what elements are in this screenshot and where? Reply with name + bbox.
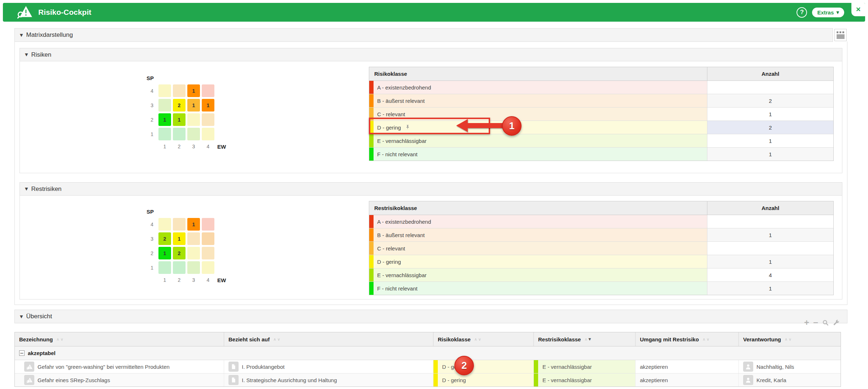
matrix-cell-ew3-sp4[interactable]: 1	[187, 84, 200, 97]
matrix-cell-ew1-sp3[interactable]: 2	[158, 232, 171, 245]
matrix-cell-ew4-sp3[interactable]: 1	[202, 99, 214, 112]
matrix-cell-ew4-sp2[interactable]	[202, 247, 214, 259]
class-color-bar	[369, 148, 374, 161]
matrix-cell-ew3-sp1[interactable]	[187, 261, 200, 274]
matrix-cell-ew3-sp4[interactable]: 1	[187, 218, 200, 231]
risk-class-row-A[interactable]: A - existenzbedrohend	[369, 81, 833, 94]
risk-class-row-A[interactable]: A - existenzbedrohend	[369, 215, 833, 228]
collapse-triangle-icon: ▼	[20, 33, 23, 38]
settings-wrench-icon[interactable]	[833, 319, 839, 326]
matrix-cell-ew4-sp4[interactable]	[202, 84, 214, 97]
risk-class-row-F[interactable]: F - nicht relevant1	[369, 282, 833, 295]
matrix-cell-ew3-sp3[interactable]	[187, 232, 200, 245]
risk-class-count	[707, 81, 833, 94]
collapse-triangle-icon: ▼	[25, 52, 28, 57]
document-icon	[228, 362, 239, 372]
risk-class-table: Risikoklasse Anzahl A - existenzbedrohen…	[369, 67, 834, 161]
chevron-down-icon: ▼	[836, 10, 839, 14]
risk-class-label: A - existenzbedrohend	[374, 215, 707, 228]
matrix-cell-ew2-sp2[interactable]: 1	[173, 113, 186, 126]
section-header-risiken[interactable]: ▼ Risiken	[19, 48, 842, 61]
matrix-cell-ew2-sp3[interactable]: 1	[173, 232, 186, 245]
matrix-cell-ew1-sp1[interactable]	[158, 261, 171, 274]
cell-bezieht-sich-auf: I. Strategische Ausrichtung und Haltung	[224, 373, 433, 386]
matrix-cell-ew2-sp4[interactable]	[173, 84, 186, 97]
matrix-cell-ew1-sp4[interactable]	[158, 218, 171, 231]
matrix-cell-ew2-sp3[interactable]: 2	[173, 99, 186, 112]
risk-class-row-F[interactable]: F - nicht relevant1	[369, 148, 833, 161]
matrix-row-label: 2	[146, 113, 157, 126]
matrix-cell-ew4-sp2[interactable]	[202, 113, 214, 126]
matrix-cell-ew4-sp3[interactable]	[202, 232, 214, 245]
matrix-cell-ew4-sp4[interactable]	[202, 218, 214, 231]
risk-class-row-B[interactable]: B - äußerst relevant2	[369, 94, 833, 108]
risk-class-row-E[interactable]: E - vernachlässigbar1	[369, 134, 833, 148]
extras-button[interactable]: Extras ▼	[812, 8, 844, 17]
table-header-row: Risikoklasse Anzahl	[369, 67, 833, 81]
matrix-grid: 4132121211234	[146, 218, 214, 284]
section-header-restrisiken[interactable]: ▼ Restrisiken	[19, 182, 842, 196]
matrix-cell-ew4-sp1[interactable]	[202, 128, 214, 140]
matrix-cell-ew3-sp1[interactable]	[187, 128, 200, 140]
help-icon[interactable]: ?	[797, 7, 807, 18]
risk-class-label: C - relevant	[374, 242, 707, 255]
column-header-verantwortung[interactable]: Verantwortung∧∨	[739, 332, 841, 346]
matrix-cell-ew1-sp1[interactable]	[158, 128, 171, 140]
column-header-restrisikoklasse[interactable]: Restrisikoklasse∧▼	[534, 332, 636, 346]
risk-class-row-E[interactable]: E - vernachlässigbar4	[369, 268, 833, 282]
risk-class-count: 1	[707, 228, 833, 241]
search-icon[interactable]	[822, 319, 829, 326]
table-view-icon[interactable]	[834, 29, 847, 41]
column-header-bezeichnung[interactable]: Bezeichnung∧∨	[15, 332, 224, 346]
close-icon[interactable]: ✕	[851, 3, 865, 16]
matrix-y-axis-label: SP	[147, 209, 154, 215]
column-header-bezieht-sich-auf[interactable]: Bezieht sich auf∧∨	[224, 332, 433, 346]
class-color-bar	[369, 215, 374, 228]
matrix-cell-ew3-sp2[interactable]	[187, 113, 200, 126]
section-header-uebersicht[interactable]: ▼ Übersicht	[14, 310, 847, 323]
matrix-y-axis-label: SP	[147, 75, 154, 81]
column-header-umgang-mit-restrisiko[interactable]: Umgang mit Restrisiko∧∨	[636, 332, 739, 346]
class-color-bar	[433, 373, 438, 386]
matrix-cell-ew4-sp1[interactable]	[202, 261, 214, 274]
matrix-cell-ew1-sp2[interactable]: 1	[158, 247, 171, 259]
cell-bezeichnung: Gefahr von "green-washing" bei vermittel…	[15, 360, 224, 373]
risk-class-count: 1	[707, 148, 833, 161]
matrix-cell-ew1-sp3[interactable]	[158, 99, 171, 112]
group-row-akzeptabel[interactable]: − akzeptabel	[15, 346, 841, 360]
matrix-cell-ew3-sp2[interactable]	[187, 247, 200, 259]
responsible-person-label: Kredit, Karla	[756, 377, 786, 383]
overview-header-row: Bezeichnung∧∨Bezieht sich auf∧∨Risikokla…	[15, 332, 841, 346]
collapse-group-icon[interactable]: −	[19, 350, 25, 356]
matrix-cell-ew2-sp1[interactable]	[173, 261, 186, 274]
overview-table-row[interactable]: Gefahr von "green-washing" bei vermittel…	[15, 360, 841, 373]
class-color-bar	[534, 373, 538, 386]
class-color-bar	[369, 282, 374, 295]
matrix-cell-ew3-sp3[interactable]: 1	[187, 99, 200, 112]
matrix-x-axis-label: EW	[217, 142, 226, 151]
risk-class-row-C[interactable]: C - relevant	[369, 242, 833, 255]
collapse-triangle-icon: ▼	[25, 187, 28, 191]
add-icon[interactable]: +	[804, 319, 809, 326]
matrix-cell-ew2-sp4[interactable]	[173, 218, 186, 231]
remove-icon[interactable]: −	[813, 319, 818, 326]
matrix-cell-ew1-sp4[interactable]	[158, 84, 171, 97]
overview-toolbar: + −	[804, 319, 839, 326]
overview-table: Bezeichnung∧∨Bezieht sich auf∧∨Risikokla…	[14, 332, 841, 387]
column-header-risikoklasse: Risikoklasse	[369, 67, 707, 80]
overview-table-row[interactable]: Gefahr eines SRep-ZuschlagsI. Strategisc…	[15, 373, 841, 386]
risk-class-row-B[interactable]: B - äußerst relevant1	[369, 228, 833, 242]
matrix-col-label: 4	[202, 276, 214, 284]
cell-restrisikoklasse: E - vernachlässigbar	[534, 360, 636, 373]
matrix-cell-ew2-sp1[interactable]	[173, 128, 186, 140]
risk-class-label: F - nicht relevant	[374, 282, 707, 295]
matrix-cell-ew2-sp2[interactable]: 2	[173, 247, 186, 259]
risk-item-icon	[24, 362, 34, 372]
column-header-risikoklasse[interactable]: Risikoklasse∧∨	[433, 332, 534, 346]
class-color-bar	[369, 255, 374, 268]
cell-risikoklasse: D - gering	[433, 373, 534, 386]
section-header-matrixdarstellung[interactable]: ▼ Matrixdarstellung	[14, 28, 833, 42]
matrix-col-label: 3	[187, 276, 200, 284]
risk-class-row-D[interactable]: D - gering1	[369, 255, 833, 268]
matrix-cell-ew1-sp2[interactable]: 1	[158, 113, 171, 126]
